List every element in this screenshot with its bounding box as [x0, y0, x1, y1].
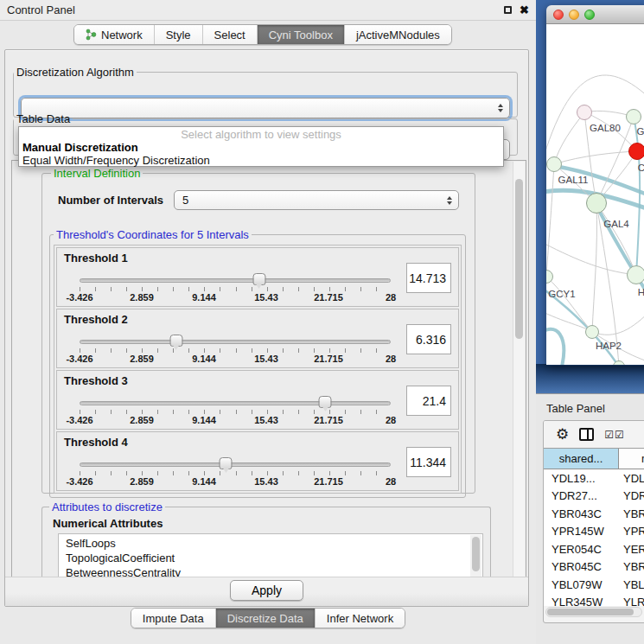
slider-thumb[interactable] [169, 335, 182, 347]
settings-vertical-scrollbar[interactable] [513, 162, 525, 577]
table-row[interactable]: YBR043CYBR0 [544, 505, 644, 523]
table-row[interactable]: YDL19...YDL1 [544, 469, 644, 488]
network-view-window[interactable]: GAL80GCGAL11GAL4HGCY1HAP2 [546, 5, 644, 366]
float-window-icon[interactable] [504, 6, 512, 14]
table-row[interactable]: YDR27...YDR2 [544, 488, 644, 506]
close-traffic-light-icon[interactable] [553, 10, 564, 20]
list-item[interactable]: SelfLoops [66, 536, 482, 551]
network-node-c[interactable] [628, 143, 644, 160]
threshold-slider[interactable]: -3.426 2.859 9.144 15.43 21.715 28 [80, 335, 391, 367]
stepper-arrows-icon [447, 191, 452, 209]
slider-track[interactable] [80, 462, 391, 467]
scale-label: 9.144 [192, 476, 216, 487]
cell-shared-name[interactable]: YLR345W [544, 596, 619, 606]
threshold-slider[interactable]: -3.426 2.859 9.144 15.43 21.715 28 [80, 396, 391, 429]
tab-infer-network[interactable]: Infer Network [316, 609, 405, 628]
tab-discretize-data[interactable]: Discretize Data [216, 609, 316, 628]
table-row[interactable]: YBL079WYBL0 [544, 576, 644, 594]
cell-name[interactable]: YBL0 [619, 578, 644, 591]
cell-name[interactable]: YLR3 [619, 596, 644, 606]
dropdown-option-equal-width[interactable]: Equal Width/Frequency Discretization [19, 154, 503, 167]
slider-thumb[interactable] [220, 457, 233, 469]
cell-name[interactable]: YBR0 [619, 507, 644, 520]
table-row[interactable]: YPR145WYPR1 [544, 523, 644, 541]
scale-label: 21.715 [314, 415, 343, 425]
tab-style[interactable]: Style [155, 25, 203, 44]
threshold-value-field[interactable]: 11.344 [406, 447, 451, 477]
cell-shared-name[interactable]: YDL19... [544, 472, 619, 485]
tab-network[interactable]: Network [74, 25, 155, 44]
zoom-traffic-light-icon[interactable] [584, 10, 595, 20]
network-node-gal11[interactable] [546, 156, 562, 172]
cell-shared-name[interactable]: YPR145W [544, 525, 619, 538]
minimize-traffic-light-icon[interactable] [569, 10, 579, 20]
cell-name[interactable]: YDR2 [619, 489, 644, 502]
threshold-label: Threshold 4 [64, 436, 451, 449]
table-row[interactable]: YLR345WYLR3 [544, 594, 644, 607]
slider-track[interactable] [80, 278, 391, 283]
cell-name[interactable]: YPR1 [619, 525, 644, 538]
table-panel-body: ⚙ ☑☑ shared... n YDL19...YDL1YDR27...YDR… [543, 420, 644, 623]
tab-cyni-toolbox[interactable]: Cyni Toolbox [258, 25, 345, 44]
tab-select[interactable]: Select [203, 25, 258, 44]
dropdown-option-manual[interactable]: Manual Discretization [19, 141, 503, 154]
network-node-h[interactable] [627, 265, 644, 284]
scale-label: 2.859 [130, 415, 154, 425]
network-node-gal4[interactable] [586, 193, 607, 214]
scrollbar-thumb[interactable] [515, 179, 523, 339]
table-horizontal-scrollbar[interactable] [545, 607, 642, 617]
cell-shared-name[interactable]: YER054C [544, 543, 619, 556]
threshold-value-field[interactable]: 6.316 [406, 324, 451, 354]
list-item[interactable]: TopologicalCoefficient [66, 551, 482, 565]
cell-shared-name[interactable]: YBR043C [544, 507, 619, 520]
network-node-gal80[interactable] [577, 105, 592, 120]
slider-thumb[interactable] [252, 273, 265, 285]
slider-scale: -3.426 2.859 9.144 15.43 21.715 28 [80, 292, 391, 303]
close-icon[interactable]: ✖ [520, 6, 529, 15]
slider-scale: -3.426 2.859 9.144 15.43 21.715 28 [80, 476, 391, 488]
slider-track[interactable] [80, 340, 391, 344]
threshold-row-3: Threshold 3 -3.426 2.859 9.144 [56, 370, 459, 430]
tab-impute-data[interactable]: Impute Data [131, 609, 216, 628]
threshold-value-field[interactable]: 14.713 [406, 263, 451, 293]
slider-ticks [80, 410, 391, 414]
column-header-name[interactable]: n [619, 449, 644, 469]
table-panel-title: Table Panel [536, 394, 644, 415]
network-node-hap2[interactable] [585, 325, 599, 339]
number-of-intervals-combobox[interactable]: 5 [174, 190, 459, 210]
threshold-slider[interactable]: -3.426 2.859 9.144 15.43 21.715 28 [80, 457, 391, 490]
scrollbar-thumb[interactable] [547, 609, 634, 615]
slider-ticks [80, 471, 391, 475]
slider-track[interactable] [80, 401, 391, 405]
network-canvas[interactable]: GAL80GCGAL11GAL4HGCY1HAP2 [546, 24, 644, 365]
scale-label: 2.859 [130, 354, 154, 364]
table-row[interactable]: YER054CYER0 [544, 540, 644, 558]
cell-shared-name[interactable]: YBR045C [544, 560, 619, 573]
select-all-checkboxes-icon[interactable]: ☑☑ [604, 429, 625, 441]
cell-shared-name[interactable]: YDR27... [544, 489, 619, 502]
cell-shared-name[interactable]: YBL079W [544, 578, 619, 591]
scale-label: 15.43 [254, 292, 278, 303]
network-node-g[interactable] [626, 109, 641, 124]
network-window-titlebar[interactable] [546, 5, 644, 24]
threshold-value-field[interactable]: 21.4 [406, 386, 451, 416]
gear-icon[interactable]: ⚙ [556, 427, 569, 442]
slider-thumb[interactable] [319, 396, 332, 408]
attributes-listbox[interactable]: SelfLoops TopologicalCoefficient Between… [58, 533, 483, 578]
dropdown-hint: Select algorithm to view settings [19, 128, 503, 141]
cell-name[interactable]: YER0 [619, 543, 644, 556]
list-scrollbar[interactable] [470, 535, 481, 578]
cell-name[interactable]: YBR0 [619, 560, 644, 573]
column-header-shared[interactable]: shared... [544, 449, 619, 469]
scale-label: 28 [386, 292, 396, 303]
right-region: GAL80GCGAL11GAL4HGCY1HAP2 Table Panel ⚙ … [536, 0, 644, 644]
tab-label: Network [101, 29, 143, 41]
tab-jactivemnodules[interactable]: jActiveMNodules [345, 25, 451, 44]
columns-icon[interactable] [579, 428, 594, 441]
threshold-slider[interactable]: -3.426 2.859 9.144 15.43 21.715 28 [80, 273, 391, 306]
scale-label: 2.859 [130, 292, 154, 303]
apply-button[interactable]: Apply [230, 580, 303, 601]
discretization-algorithm-group: Discretization Algorithm [13, 66, 518, 118]
cell-name[interactable]: YDL1 [619, 472, 644, 485]
table-row[interactable]: YBR045CYBR0 [544, 558, 644, 577]
